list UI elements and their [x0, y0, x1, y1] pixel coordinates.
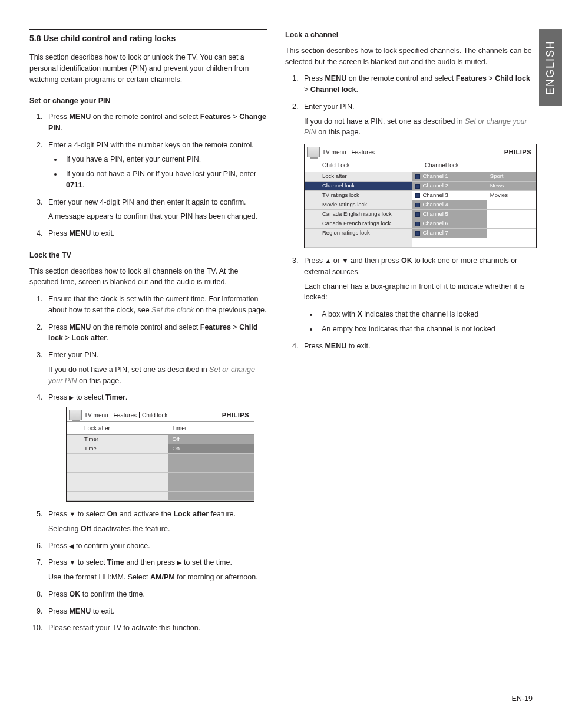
menu-lock-after: TV menu Features Child lock PHILIPS Lock… [66, 407, 254, 502]
menu-row: Timer [67, 435, 168, 444]
subheading-lockchannel: Lock a channel [285, 29, 533, 41]
menu-row: On [168, 444, 254, 454]
right-column: Lock a channel This section describes ho… [285, 29, 533, 640]
lockch-bullet-2: An empty box indicates that the channel … [318, 324, 533, 335]
tv-icon [307, 147, 320, 157]
menu-row: Canada English ratings lock [305, 210, 412, 219]
category-row: News [487, 182, 536, 191]
locktv-step-8: Press OK to confirm the time. [45, 589, 267, 600]
locktv-step-2: Press MENU on the remote control and sel… [45, 322, 267, 344]
channel-row: Channel 7 [412, 229, 486, 238]
menu-channel-lock: TV menu Features PHILIPS Child Lock Chan… [304, 144, 537, 248]
menu-row: Time [67, 444, 168, 454]
lockch-step-2: Enter your PIN. If you do not have a PIN… [300, 101, 533, 248]
channel-row: Channel 2 [412, 182, 486, 191]
locktv-step-1: Ensure that the clock is set with the cu… [45, 294, 267, 316]
page-number: EN-19 [512, 693, 533, 704]
brand-logo: PHILIPS [222, 410, 249, 420]
tv-icon [69, 410, 82, 420]
pin-bullet-1: If you have a PIN, enter your current PI… [62, 154, 267, 165]
lockch-steps: Press MENU on the remote control and sel… [285, 73, 533, 351]
locktv-step-4: Press ▶ to select Timer. TV menu Feature… [45, 392, 267, 502]
channel-row: Channel 6 [412, 219, 486, 229]
channel-row: Channel 3 [412, 191, 486, 200]
intro-paragraph: This section describes how to lock or un… [29, 52, 267, 85]
menu-row: Off [168, 435, 254, 444]
page-content: 5.8 Use child control and rating locks T… [0, 0, 562, 663]
category-row: Sport [487, 172, 536, 182]
lockch-step-1: Press MENU on the remote control and sel… [300, 73, 533, 95]
language-tab: ENGLISH [539, 29, 562, 106]
lockch-step-4: Press MENU to exit. [300, 341, 533, 352]
lockch-step-3: Press ▲ or ▼ and then press OK to lock o… [300, 255, 533, 335]
menu-row: Region ratings lock [305, 229, 412, 238]
locktv-step-6: Press ◀ to confirm your choice. [45, 541, 267, 552]
left-column: 5.8 Use child control and rating locks T… [29, 29, 267, 640]
pin-step-3: Enter your new 4-digit PIN and then ente… [45, 197, 267, 223]
menu-row: Lock after [305, 172, 412, 182]
menu-row: Canada French ratings lock [305, 219, 412, 229]
channel-row: Channel 5 [412, 210, 486, 219]
pin-step-2: Enter a 4-digit PIN with the number keys… [45, 140, 267, 191]
locktv-step-5: Press ▼ to select On and activate the Lo… [45, 509, 267, 535]
locktv-intro: This section describes how to lock all c… [29, 266, 267, 288]
locktv-step-9: Press MENU to exit. [45, 606, 267, 617]
lockch-bullet-1: A box with X indicates that the channel … [318, 309, 533, 320]
brand-logo: PHILIPS [504, 147, 531, 157]
subheading-pin: Set or change your PIN [29, 95, 267, 107]
section-heading: 5.8 Use child control and rating locks [29, 29, 267, 45]
menu-row: Movie ratings lock [305, 200, 412, 210]
category-row: Movies [487, 191, 536, 200]
locktv-step-10: Please restart your TV to activate this … [45, 622, 267, 634]
channel-row: Channel 4 [412, 200, 486, 210]
menu-row-selected: Channel lock [305, 182, 412, 191]
pin-bullet-2: If you do not have a PIN or if you have … [62, 169, 267, 191]
subheading-locktv: LLock the TVock the TV [29, 250, 267, 261]
channel-row: Channel 1 [412, 172, 486, 182]
lockch-intro: This section describes how to lock speci… [285, 45, 533, 68]
locktv-step-7: Press ▼ to select Time and then press ▶ … [45, 557, 267, 583]
pin-step-4: Press MENU to exit. [45, 228, 267, 239]
locktv-step-3: Enter your PIN. If you do not have a PIN… [45, 350, 267, 386]
pin-steps: Press MENU on the remote control and sel… [29, 111, 267, 239]
locktv-steps: Ensure that the clock is set with the cu… [29, 294, 267, 634]
pin-step-1: Press MENU on the remote control and sel… [45, 111, 267, 134]
menu-row: TV ratings lock [305, 191, 412, 200]
